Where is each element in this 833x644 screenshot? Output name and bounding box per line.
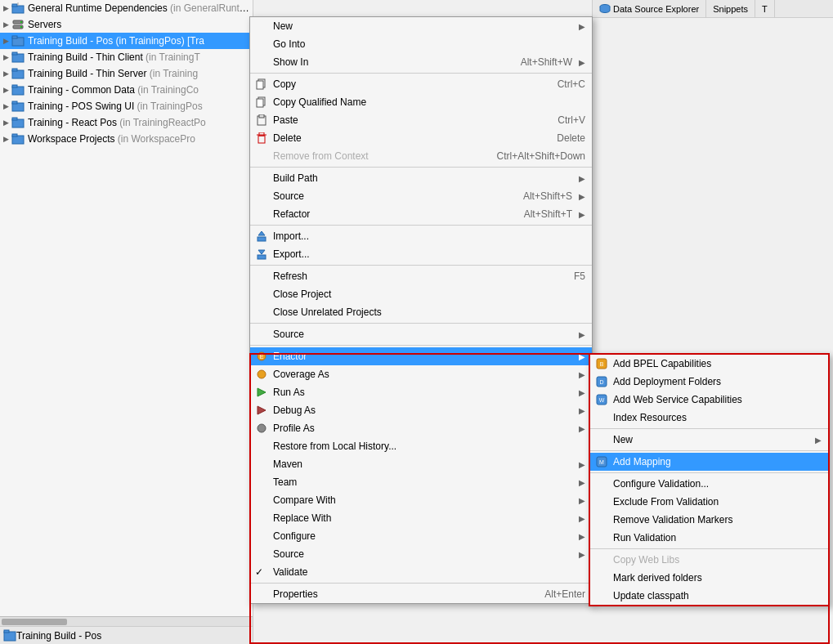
tree-item-6[interactable]: ▶Training - POS Swing UI (in TrainingPos (0, 98, 253, 114)
svg-rect-30 (258, 136, 265, 143)
tree-item-5[interactable]: ▶Training - Common Data (in TrainingCo (0, 82, 253, 98)
submenu-item-run-validation[interactable]: Run Validation (590, 529, 828, 547)
menu-item-refresh[interactable]: RefreshF5 (250, 267, 592, 285)
tab-snippets-label: Snippets (713, 4, 748, 14)
menu-item-close-unrelated[interactable]: Close Unrelated Projects (250, 303, 592, 321)
menu-item-source2[interactable]: Source▶ (250, 325, 592, 343)
tab-t-label: T (762, 4, 768, 14)
menu-item-restore-history[interactable]: Restore from Local History... (250, 437, 592, 455)
submenu-item-add-mapping[interactable]: MAdd Mapping (590, 453, 828, 471)
menu-label-source: Source (273, 190, 507, 202)
tree-expand-icon-1[interactable]: ▶ (3, 20, 9, 29)
tree-item-3[interactable]: ▶Training Build - Thin Client (in Traini… (0, 49, 253, 65)
tree-expand-icon-5[interactable]: ▶ (3, 86, 9, 94)
tree-item-label-7: Training - React Pos (in TrainingReactPo (28, 117, 206, 128)
tree-expand-icon-4[interactable]: ▶ (3, 69, 9, 78)
svg-rect-25 (257, 81, 263, 89)
submenu-item-update-classpath[interactable]: Update classpath (590, 587, 828, 605)
menu-item-configure[interactable]: Configure▶ (250, 527, 592, 545)
svg-rect-1 (12, 4, 17, 7)
datasource-icon (599, 3, 611, 15)
tree-item-7[interactable]: ▶Training - React Pos (in TrainingReactP… (0, 114, 253, 131)
submenu-item-exclude-validation[interactable]: Exclude From Validation (590, 493, 828, 511)
menu-item-new[interactable]: New▶ (250, 17, 592, 35)
tree-item-icon-4 (11, 67, 25, 80)
menu-item-coverage-as[interactable]: Coverage As▶ (250, 365, 592, 383)
submenu-icon-add-webservice: W (595, 393, 608, 406)
svg-point-39 (258, 370, 266, 378)
menu-item-import[interactable]: Import... (250, 227, 592, 245)
submenu-label-add-deployment: Add Deployment Folders (613, 376, 822, 387)
menu-item-enactor[interactable]: EEnactor▶ (250, 347, 592, 365)
tree-expand-icon-0[interactable]: ▶ (3, 4, 9, 12)
menu-item-export[interactable]: Export... (250, 245, 592, 263)
menu-arrow-show-in: ▶ (579, 58, 585, 67)
menu-label-copy: Copy (273, 78, 541, 90)
submenu-item-add-deployment[interactable]: DAdd Deployment Folders (590, 373, 828, 391)
submenu-item-new[interactable]: New▶ (590, 431, 828, 449)
menu-item-go-into[interactable]: Go Into (250, 35, 592, 53)
tree-item-1[interactable]: ▶Servers (0, 16, 253, 33)
menu-arrow-build-path: ▶ (579, 174, 585, 183)
tree-item-8[interactable]: ▶Workspace Projects (in WorkspacePro (0, 131, 253, 147)
menu-arrow-maven: ▶ (579, 460, 585, 469)
menu-icon-coverage-as (255, 368, 268, 381)
menu-arrow-coverage-as: ▶ (579, 370, 585, 379)
menu-item-copy-qualified[interactable]: Copy Qualified Name (250, 93, 592, 111)
menu-item-build-path[interactable]: Build Path▶ (250, 169, 592, 187)
menu-item-source[interactable]: SourceAlt+Shift+S▶ (250, 187, 592, 205)
tab-snippets[interactable]: Snippets (706, 0, 755, 18)
menu-icon-profile-as (255, 422, 268, 435)
tree-item-4[interactable]: ▶Training Build - Thin Server (in Traini… (0, 65, 253, 82)
menu-arrow-debug-as: ▶ (579, 406, 585, 415)
tree-expand-icon-6[interactable]: ▶ (3, 102, 9, 110)
submenu-label-index-resources: Index Resources (613, 412, 822, 423)
menu-item-run-as[interactable]: Run As▶ (250, 383, 592, 401)
tree-expand-icon-2[interactable]: ▶ (3, 37, 9, 45)
submenu-item-copy-web-libs[interactable]: Copy Web Libs (590, 551, 828, 569)
menu-separator-22 (250, 345, 592, 346)
menu-label-paste: Paste (273, 114, 541, 126)
menu-item-close-project[interactable]: Close Project (250, 285, 592, 303)
tree-item-label-1: Servers (28, 19, 61, 30)
submenu-item-mark-derived[interactable]: Mark derived folders (590, 569, 828, 587)
menu-item-debug-as[interactable]: Debug As▶ (250, 401, 592, 419)
submenu-label-configure-validation: Configure Validation... (613, 478, 822, 490)
tree-item-2[interactable]: ▶Training Build - Pos (in TrainingPos) [… (0, 33, 253, 49)
menu-item-compare-with[interactable]: Compare With▶ (250, 491, 592, 509)
menu-arrow-source2: ▶ (579, 330, 585, 339)
menu-item-properties[interactable]: PropertiesAlt+Enter (250, 585, 592, 603)
tree-item-label-5: Training - Common Data (in TrainingCo (28, 84, 199, 96)
menu-item-validate[interactable]: ✓Validate (250, 563, 592, 581)
menu-item-maven[interactable]: Maven▶ (250, 455, 592, 473)
tree-item-icon-5 (11, 83, 25, 96)
tree-expand-icon-7[interactable]: ▶ (3, 119, 9, 127)
menu-label-debug-as: Debug As (273, 405, 572, 416)
horizontal-scrollbar[interactable] (0, 616, 253, 626)
tree-expand-icon-8[interactable]: ▶ (3, 135, 9, 143)
tab-t[interactable]: T (755, 0, 775, 18)
menu-icon-delete (255, 132, 268, 145)
menu-item-paste[interactable]: PasteCtrl+V (250, 111, 592, 129)
submenu-item-add-bpel[interactable]: BAdd BPEL Capabilities (590, 355, 828, 373)
menu-item-refactor[interactable]: RefactorAlt+Shift+T▶ (250, 205, 592, 223)
menu-item-replace-with[interactable]: Replace With▶ (250, 509, 592, 527)
menu-label-refactor: Refactor (273, 208, 508, 220)
menu-icon-import (255, 230, 268, 243)
menu-item-source3[interactable]: Source▶ (250, 545, 592, 563)
menu-item-show-in[interactable]: Show InAlt+Shift+W▶ (250, 53, 592, 71)
project-explorer: ▶General Runtime Dependencies (in Genera… (0, 0, 253, 644)
tab-datasource[interactable]: Data Source Explorer (593, 0, 706, 18)
menu-item-remove-context[interactable]: Remove from ContextCtrl+Alt+Shift+Down (250, 147, 592, 165)
submenu-item-add-webservice[interactable]: WAdd Web Service Capabilities (590, 391, 828, 409)
submenu-item-remove-validation[interactable]: Remove Validation Markers (590, 511, 828, 529)
menu-item-team[interactable]: Team▶ (250, 473, 592, 491)
menu-label-configure: Configure (273, 530, 572, 542)
submenu-item-index-resources[interactable]: Index Resources (590, 409, 828, 427)
tree-expand-icon-3[interactable]: ▶ (3, 53, 9, 61)
tree-item-0[interactable]: ▶General Runtime Dependencies (in Genera… (0, 0, 253, 16)
menu-item-delete[interactable]: DeleteDelete (250, 129, 592, 147)
submenu-item-configure-validation[interactable]: Configure Validation... (590, 475, 828, 493)
menu-item-copy[interactable]: CopyCtrl+C (250, 75, 592, 93)
menu-item-profile-as[interactable]: Profile As▶ (250, 419, 592, 437)
